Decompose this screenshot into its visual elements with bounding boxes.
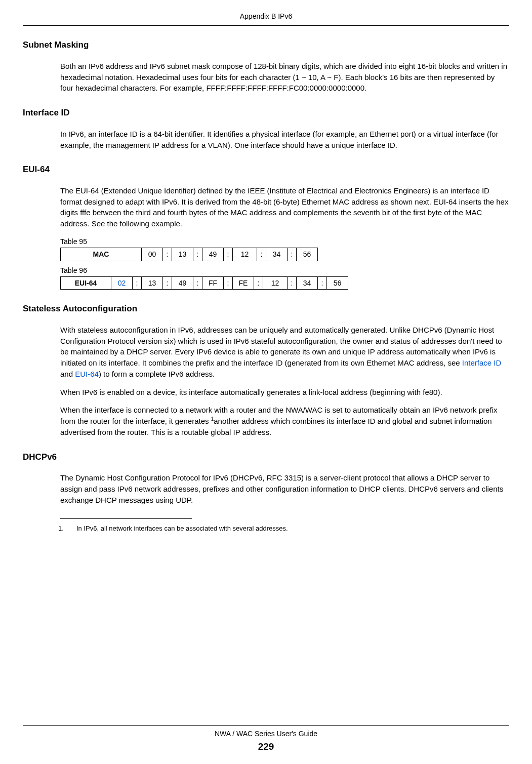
table-row: EUI-64 02 : 13 : 49 : FF : FE : 12 : 34 …	[61, 276, 348, 289]
eui64-colon: :	[193, 276, 202, 289]
eui64-colon: :	[254, 276, 263, 289]
eui64-label-cell: EUI-64	[61, 276, 111, 289]
footnote-rule	[60, 518, 192, 519]
mac-cell: 56	[297, 248, 318, 261]
footnote-1: 1.In IPv6, all network interfaces can be…	[67, 524, 509, 534]
mac-cell: 12	[233, 248, 257, 261]
interface-id-paragraph: In IPv6, an interface ID is a 64-bit ide…	[60, 129, 509, 151]
eui64-colon: :	[288, 276, 297, 289]
header-rule	[23, 25, 509, 26]
heading-interface-id: Interface ID	[23, 107, 509, 119]
mac-cell: 13	[172, 248, 193, 261]
mac-colon: :	[163, 248, 172, 261]
eui64-colon: :	[318, 276, 327, 289]
stateless-paragraph-2: When IPv6 is enabled on a device, its in…	[60, 387, 509, 398]
guide-title: NWA / WAC Series User's Guide	[0, 729, 532, 739]
page-footer: NWA / WAC Series User's Guide 229	[0, 725, 532, 754]
eui64-colon: :	[224, 276, 233, 289]
table-95: MAC 00 : 13 : 49 : 12 : 34 : 56	[60, 248, 318, 261]
page-content: Subnet Masking Both an IPv6 address and …	[0, 39, 532, 534]
mac-cell: 34	[266, 248, 288, 261]
dhcpv6-paragraph: The Dynamic Host Configuration Protocol …	[60, 472, 509, 505]
mac-colon: :	[257, 248, 266, 261]
eui64-cell: 12	[263, 276, 288, 289]
mac-colon: :	[224, 248, 233, 261]
heading-eui-64: EUI-64	[23, 164, 509, 176]
subnet-masking-paragraph: Both an IPv6 address and IPv6 subnet mas…	[60, 61, 509, 94]
footnote-text: In IPv6, all network interfaces can be a…	[76, 525, 288, 532]
stateless-paragraph-1: With stateless autoconfiguration in IPv6…	[60, 325, 509, 380]
mac-cell: 49	[202, 248, 224, 261]
eui64-colon: :	[133, 276, 142, 289]
text-segment: and	[60, 370, 75, 378]
eui64-cell-highlighted: 02	[111, 276, 133, 289]
mac-colon: :	[193, 248, 202, 261]
eui64-cell: 34	[297, 276, 318, 289]
eui-64-paragraph: The EUI-64 (Extended Unique Identifier) …	[60, 185, 509, 229]
text-segment: With stateless autoconfiguration in IPv6…	[60, 326, 502, 367]
link-eui-64[interactable]: EUI-64	[75, 370, 99, 378]
eui64-cell: FF	[202, 276, 224, 289]
eui64-cell: 13	[142, 276, 163, 289]
link-interface-id[interactable]: Interface ID	[462, 358, 502, 367]
heading-dhcpv6: DHCPv6	[23, 451, 509, 464]
mac-cell: 00	[142, 248, 163, 261]
footer-rule	[23, 725, 509, 726]
mac-colon: :	[288, 248, 297, 261]
table-96: EUI-64 02 : 13 : 49 : FF : FE : 12 : 34 …	[60, 276, 348, 290]
table-row: MAC 00 : 13 : 49 : 12 : 34 : 56	[61, 248, 318, 261]
appendix-title: Appendix B IPv6	[240, 12, 293, 20]
eui64-colon: :	[163, 276, 172, 289]
eui64-cell: FE	[233, 276, 254, 289]
footnote-number: 1.	[67, 524, 76, 534]
eui64-cell: 49	[172, 276, 193, 289]
page-header: Appendix B IPv6	[0, 0, 532, 21]
eui64-cell: 56	[327, 276, 348, 289]
table-95-label: Table 95	[60, 236, 509, 247]
table-96-label: Table 96	[60, 265, 509, 275]
heading-stateless-autoconfiguration: Stateless Autoconfiguration	[23, 303, 509, 315]
mac-label-cell: MAC	[61, 248, 142, 261]
text-segment: ) to form a complete IPv6 address.	[99, 370, 215, 378]
stateless-paragraph-3: When the interface is connected to a net…	[60, 405, 509, 437]
heading-subnet-masking: Subnet Masking	[23, 39, 509, 52]
page-number: 229	[0, 740, 532, 754]
